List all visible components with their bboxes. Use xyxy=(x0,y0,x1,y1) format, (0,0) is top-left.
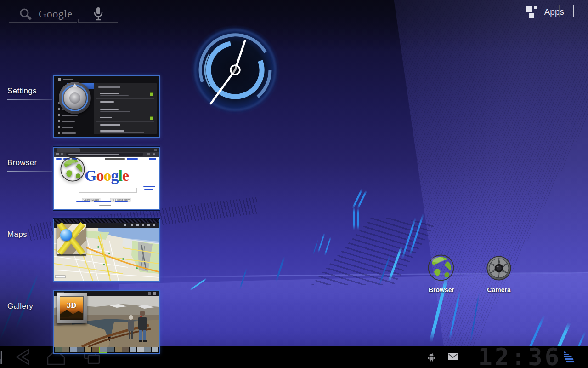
add-widget-plus-icon[interactable] xyxy=(566,4,581,18)
camera-app-label: Camera xyxy=(471,286,526,293)
back-button[interactable] xyxy=(9,346,37,368)
wallpaper-streak xyxy=(317,233,325,253)
browser-tab-bar xyxy=(54,148,159,152)
clock-center-hub xyxy=(231,65,240,75)
shortcut-label-maps: Maps xyxy=(7,230,27,239)
shortcut-thumbnail-settings[interactable] xyxy=(53,75,160,138)
gallery-filmstrip xyxy=(54,347,159,353)
wallpaper-streak xyxy=(357,208,359,230)
maps-app-icon xyxy=(57,224,86,254)
google-search-box xyxy=(79,188,137,193)
gear-icon xyxy=(58,78,61,81)
shortcut-thumbnail-browser[interactable]: Google Google SearchI'm Feeling Lucky xyxy=(53,147,160,210)
browser-app-icon[interactable] xyxy=(427,254,455,282)
lightning-bolt-icon xyxy=(0,353,1,362)
topbar-divider xyxy=(559,5,560,17)
shortcut-underline xyxy=(7,99,52,100)
shortcut-label-gallery: Gallery xyxy=(7,302,33,311)
search-icon xyxy=(18,7,34,23)
shortcut-label-browser: Browser xyxy=(7,158,37,167)
microphone-icon[interactable] xyxy=(92,6,104,22)
shortcut-underline xyxy=(7,315,52,315)
search-underline xyxy=(9,22,77,23)
signal-strength-icon xyxy=(564,351,575,363)
shortcut-label-settings: Settings xyxy=(7,86,37,96)
settings-screenshot xyxy=(54,76,159,137)
shortcut-thumbnail-gallery[interactable]: 3D xyxy=(53,290,160,354)
apps-grid-icon xyxy=(526,5,539,19)
google-search-widget[interactable]: Google xyxy=(8,3,120,23)
wallpaper-streak xyxy=(353,207,355,230)
wallpaper-streak xyxy=(357,190,368,209)
email-notification-icon[interactable] xyxy=(447,353,458,361)
maps-window-edge xyxy=(54,219,159,223)
voice-underline xyxy=(79,22,118,23)
apps-button[interactable]: Apps xyxy=(526,4,564,20)
gallery-app-icon: 3D xyxy=(57,293,87,323)
settings-detail-panel xyxy=(94,83,157,134)
wallpaper-streak xyxy=(324,237,332,256)
apps-label: Apps xyxy=(544,7,564,17)
browser-globe-icon xyxy=(60,156,85,182)
shortcut-thumbnail-maps[interactable] xyxy=(53,218,160,282)
battery-charging-icon xyxy=(0,351,2,364)
analog-clock-widget[interactable] xyxy=(189,24,281,116)
status-clock[interactable]: 12:36 xyxy=(478,343,561,368)
gallery-3d-badge: 3D xyxy=(60,301,83,310)
wallpaper-streak xyxy=(275,256,285,282)
shortcut-underline xyxy=(7,171,52,172)
camera-app-icon[interactable] xyxy=(486,255,512,281)
honeycomb-home-screen: Google Apps xyxy=(0,0,588,368)
shortcut-underline xyxy=(7,243,52,243)
search-logo-text: Google xyxy=(39,8,73,20)
browser-app-label: Browser xyxy=(414,286,469,293)
settings-volume-knob xyxy=(59,82,91,114)
usb-debugging-android-icon[interactable] xyxy=(427,353,435,362)
